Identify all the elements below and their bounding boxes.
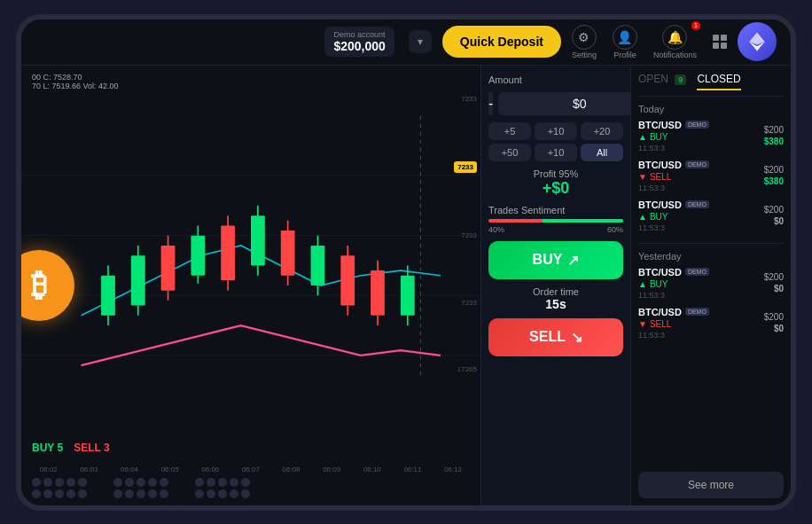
buy-arrow-icon: ▲ (638, 132, 647, 142)
profile-icon: 👤 (613, 25, 637, 50)
order-amount: $200 (764, 165, 784, 175)
settings-icon: ⚙ (572, 25, 597, 50)
price-label-active: 7233 (454, 161, 477, 173)
time-label-6: 06:08 (283, 465, 301, 473)
order-time-str: 11:53:3 (638, 223, 709, 232)
sell-icon: ↘ (571, 329, 582, 346)
order-time-value: 15s (488, 297, 623, 311)
svg-rect-28 (311, 245, 325, 285)
buy-icon: ↗ (567, 252, 579, 269)
order-direction-sell: ▼ SELL (638, 319, 709, 329)
order-left: BTC/USD DEMO ▼ SELL 11:53:3 (638, 307, 709, 340)
minus-button[interactable]: - (488, 92, 493, 115)
trading-panel: Amount - + +5 +10 +20 +50 +10 All Profit… (480, 66, 631, 505)
sell-count: SELL 3 (74, 442, 109, 454)
buy-button[interactable]: BUY ↗ (488, 241, 623, 279)
quick-deposit-button[interactable]: Quick Deposit (442, 26, 561, 58)
tab-open[interactable]: OPEN 9 (638, 73, 686, 90)
order-profit: $0 (774, 216, 784, 226)
buy-arrow-icon: ▲ (638, 279, 647, 289)
sentiment-section: Trades Sentiment 40% 60% (488, 205, 623, 234)
buy-arrow-icon: ▲ (638, 212, 647, 222)
header-icons: ⚙ Setting 👤 Profile 🔔 1 Notifications (572, 25, 727, 59)
quick-amount-all[interactable]: All (581, 144, 623, 161)
order-right: $200 $380 (764, 165, 784, 186)
svg-rect-7 (101, 275, 115, 315)
chart-info-line2: 70 L: 7519.66 Vol: 42.00 (32, 82, 119, 90)
svg-rect-25 (281, 231, 295, 276)
time-label-9: 06:11 (403, 465, 421, 473)
order-demo-badge: DEMO (685, 160, 709, 168)
see-more-button[interactable]: See more (638, 472, 784, 498)
svg-rect-34 (371, 270, 385, 316)
quick-amount-10b[interactable]: +10 (535, 144, 577, 161)
time-label-2: 06:04 (121, 465, 138, 473)
grid-icon-group[interactable] (713, 35, 727, 49)
tablet-frame: Demo account $200,000 ▾ Quick Deposit ⚙ … (16, 14, 796, 511)
chart-area: ₿ 00 C: 7528.70 70 L: 7519.66 Vol: 42.00 (21, 66, 480, 505)
order-item: BTC/USD DEMO ▼ SELL 11:53:3 $200 $0 (638, 307, 784, 340)
order-profit: $0 (774, 284, 784, 293)
svg-rect-16 (191, 235, 205, 275)
order-time-str: 11:53:3 (638, 144, 709, 153)
orders-panel: OPEN 9 CLOSED Today BTC/USD DEMO ▲ (631, 66, 791, 505)
grid-icon (713, 35, 727, 49)
tab-closed[interactable]: CLOSED (697, 73, 740, 90)
notifications-icon-group[interactable]: 🔔 1 Notifications (653, 25, 697, 59)
quick-amount-5[interactable]: +5 (488, 122, 531, 140)
profile-label: Profile (613, 51, 636, 59)
sell-button[interactable]: SELL ↘ (488, 318, 623, 356)
order-time: Order time 15s (488, 286, 623, 311)
time-label-4: 06:06 (201, 465, 219, 473)
order-left: BTC/USD DEMO ▲ BUY 11:53:3 (638, 199, 709, 232)
order-pair: BTC/USD (638, 267, 682, 278)
sell-label: SELL (529, 329, 566, 345)
buy-sell-bar: BUY 5 SELL 3 (32, 442, 110, 454)
svg-rect-22 (251, 215, 265, 265)
sell-arrow-icon: ▼ (638, 319, 647, 329)
order-time-str: 11:53:3 (638, 184, 709, 192)
svg-rect-10 (131, 255, 145, 305)
sentiment-left-pct: 40% (488, 225, 504, 234)
notifications-icon: 🔔 (662, 25, 687, 50)
chart-info: 00 C: 7528.70 70 L: 7519.66 Vol: 42.00 (32, 73, 119, 90)
profit-label: Profit 95% (488, 168, 623, 179)
buy-label: BUY (533, 252, 563, 268)
time-label-1: 06:03 (80, 465, 98, 473)
profit-section: Profit 95% +$0 (488, 168, 623, 198)
time-label-3: 06:05 (161, 465, 179, 473)
svg-rect-37 (401, 275, 415, 315)
amount-row: - + (488, 92, 623, 115)
quick-amount-50[interactable]: +50 (488, 144, 531, 161)
time-label-0: 06:02 (40, 465, 58, 473)
settings-label: Setting (572, 51, 597, 59)
svg-marker-0 (749, 33, 765, 45)
quick-amount-10a[interactable]: +10 (535, 122, 577, 140)
settings-icon-group[interactable]: ⚙ Setting (572, 25, 597, 59)
sentiment-right-pct: 60% (607, 225, 623, 234)
order-amount: $200 (764, 205, 784, 215)
time-axis: 06:02 06:03 06:04 06:05 06:06 06:07 06:0… (28, 465, 473, 473)
notification-badge: 1 (691, 21, 700, 30)
time-label-10: 06:12 (444, 465, 462, 473)
price-label-4: 7233 (461, 299, 477, 307)
notifications-label: Notifications (653, 51, 697, 59)
sentiment-fill (488, 219, 623, 223)
order-left: BTC/USD DEMO ▼ SELL 11:53:3 (638, 160, 709, 192)
profile-icon-group[interactable]: 👤 Profile (613, 25, 637, 59)
sentiment-label: Trades Sentiment (488, 205, 623, 215)
open-badge: 9 (675, 74, 686, 85)
order-pair: BTC/USD (638, 120, 682, 130)
demo-dropdown-button[interactable]: ▾ (409, 30, 432, 53)
order-direction-buy: ▲ BUY (638, 212, 709, 222)
chart-info-line1: 00 C: 7528.70 (32, 73, 119, 82)
order-profit: $380 (764, 137, 784, 146)
quick-amount-20[interactable]: +20 (581, 122, 623, 140)
demo-account: Demo account $200,000 (324, 27, 394, 57)
order-time-label: Order time (488, 286, 623, 297)
order-demo-badge: DEMO (685, 268, 709, 276)
quick-amounts: +5 +10 +20 +50 +10 All (488, 122, 623, 161)
order-direction-sell: ▼ SELL (638, 172, 709, 182)
order-demo-badge: DEMO (685, 308, 709, 316)
yesterday-label: Yesterday (638, 251, 784, 262)
